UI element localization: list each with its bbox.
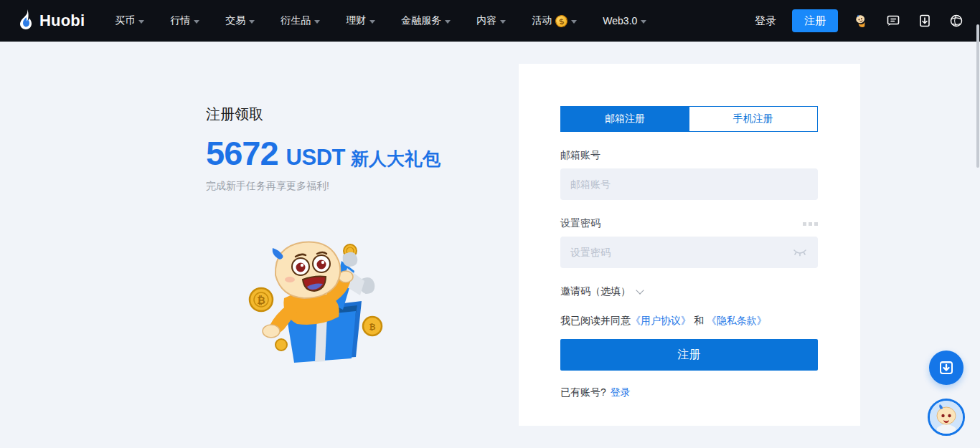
login-prompt-row: 已有账号?登录 — [560, 386, 818, 399]
chevron-down-icon — [445, 20, 451, 24]
promo-amount: 5672 — [206, 133, 278, 173]
promo-headline: 5672 USDT 新人大礼包 — [206, 133, 440, 173]
mascot-reward-icon[interactable] — [854, 13, 870, 29]
email-field-box — [560, 168, 818, 200]
register-form: 邮箱注册 手机注册 邮箱账号 设置密码 邀请码（选填 — [560, 106, 818, 399]
invite-code-label: 邀请码（选填） — [560, 285, 631, 298]
nav-item-buy-crypto[interactable]: 买币 — [115, 14, 144, 27]
promo-suffix: 新人大礼包 — [351, 147, 440, 171]
brand-name: Huobi — [39, 11, 85, 30]
nav-login-link[interactable]: 登录 — [755, 14, 776, 28]
page-scrollbar[interactable] — [976, 24, 979, 168]
float-download-button[interactable] — [929, 351, 963, 385]
register-submit-button[interactable]: 注册 — [560, 339, 818, 371]
main-menu: 买币 行情 交易 衍生品 理财 金融服务 内容 活动 $ Web3.0 — [115, 14, 646, 27]
coin-left: ₿ — [250, 288, 273, 311]
nav-item-derivatives[interactable]: 衍生品 — [281, 14, 320, 27]
huobi-flame-icon — [17, 9, 34, 32]
nav-item-finance[interactable]: 金融服务 — [401, 14, 451, 27]
email-label: 邮箱账号 — [560, 149, 600, 162]
chevron-down-icon — [138, 20, 144, 24]
password-input[interactable] — [570, 247, 792, 258]
register-tabs: 邮箱注册 手机注册 — [560, 106, 818, 132]
email-input[interactable] — [570, 178, 808, 190]
tab-email-register[interactable]: 邮箱注册 — [561, 107, 689, 131]
svg-text:₿: ₿ — [257, 295, 265, 306]
privacy-terms-link[interactable]: 《隐私条款》 — [707, 315, 767, 326]
toggle-password-visibility-icon[interactable] — [792, 246, 808, 259]
navbar-right: 登录 注册 — [755, 9, 964, 32]
promo-hero: 注册领取 5672 USDT 新人大礼包 完成新手任务再享更多福利! — [206, 105, 440, 193]
chevron-down-icon — [641, 20, 646, 24]
nav-register-button[interactable]: 注册 — [792, 9, 838, 32]
top-navbar: Huobi 买币 行情 交易 衍生品 理财 金融服务 内容 活动 $ Web3.… — [0, 0, 980, 42]
coin-right: ₿ — [363, 317, 382, 335]
password-label: 设置密码 — [560, 217, 600, 230]
chat-support-icon[interactable] — [885, 13, 901, 29]
chevron-down-icon — [249, 20, 255, 24]
password-field-box — [560, 237, 818, 268]
invite-code-toggle[interactable]: 邀请码（选填） — [560, 285, 643, 298]
nav-item-web3[interactable]: Web3.0 — [603, 15, 646, 27]
chevron-down-icon — [194, 20, 199, 24]
svg-text:₿: ₿ — [369, 323, 376, 331]
agreement-text: 我已阅读并同意《用户协议》 和 《隐私条款》 — [560, 315, 818, 328]
chevron-down-icon — [369, 20, 375, 24]
nav-item-trade[interactable]: 交易 — [225, 14, 255, 27]
chevron-down-icon — [571, 20, 577, 24]
nav-item-events[interactable]: 活动 $ — [532, 14, 577, 27]
promo-title: 注册领取 — [206, 105, 440, 124]
promo-subtitle: 完成新手任务再享更多福利! — [206, 180, 440, 193]
have-account-text: 已有账号? — [560, 386, 606, 398]
tab-phone-register[interactable]: 手机注册 — [689, 107, 818, 131]
user-agreement-link[interactable]: 《用户协议》 — [631, 315, 691, 326]
download-app-icon[interactable] — [917, 13, 933, 29]
goto-login-link[interactable]: 登录 — [611, 386, 631, 398]
chevron-down-icon — [636, 286, 644, 294]
nav-item-markets[interactable]: 行情 — [170, 14, 199, 27]
coin-bottom-left — [275, 339, 287, 351]
huobi-logo[interactable]: Huobi — [17, 9, 85, 32]
mascot-illustration: ₿ ₿ — [234, 229, 386, 364]
password-strength-dots — [803, 222, 818, 226]
nav-item-content[interactable]: 内容 — [476, 14, 506, 27]
chevron-down-icon — [314, 20, 320, 24]
register-panel: 邮箱注册 手机注册 邮箱账号 设置密码 邀请码（选填 — [519, 64, 860, 426]
gold-coin-icon: $ — [555, 14, 569, 28]
chevron-down-icon — [500, 20, 506, 24]
promo-currency: USDT — [286, 145, 345, 171]
language-globe-icon[interactable] — [948, 13, 964, 29]
customer-service-avatar[interactable] — [928, 399, 965, 436]
nav-item-earn[interactable]: 理财 — [346, 14, 375, 27]
